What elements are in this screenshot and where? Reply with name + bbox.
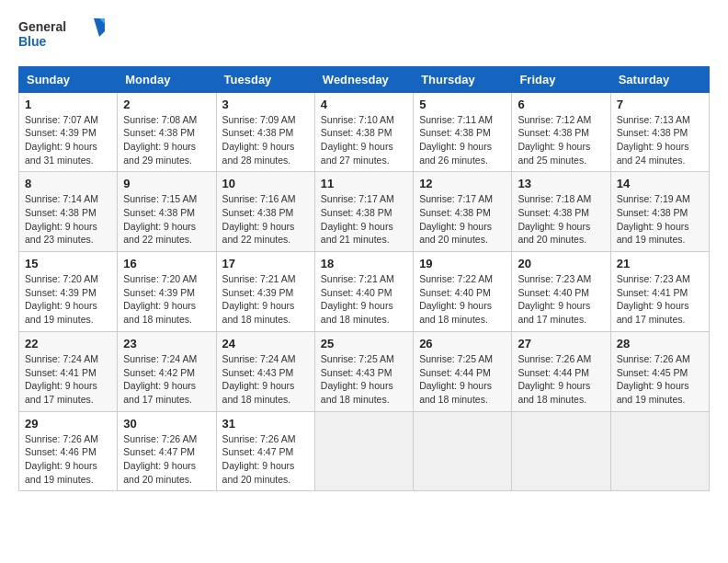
day-info: Sunrise: 7:26 AM Sunset: 4:45 PM Dayligh… [617,352,703,407]
day-number: 5 [419,98,506,111]
day-info: Sunrise: 7:20 AM Sunset: 4:39 PM Dayligh… [25,272,111,327]
logo: General Blue [18,15,110,57]
day-number: 7 [617,98,703,111]
calendar-table: SundayMondayTuesdayWednesdayThursdayFrid… [18,66,710,492]
day-info: Sunrise: 7:24 AM Sunset: 4:43 PM Dayligh… [222,352,309,407]
calendar-week-row: 29Sunrise: 7:26 AM Sunset: 4:46 PM Dayli… [19,411,710,491]
day-info: Sunrise: 7:21 AM Sunset: 4:40 PM Dayligh… [321,272,407,327]
day-number: 13 [518,177,604,190]
day-number: 25 [321,337,407,350]
day-number: 18 [321,257,407,270]
column-header-wednesday: Wednesday [314,66,413,92]
calendar-cell: 8Sunrise: 7:14 AM Sunset: 4:38 PM Daylig… [19,172,118,252]
day-number: 22 [25,337,111,350]
day-number: 28 [617,337,703,350]
calendar-cell: 26Sunrise: 7:25 AM Sunset: 4:44 PM Dayli… [414,331,512,411]
calendar-cell: 24Sunrise: 7:24 AM Sunset: 4:43 PM Dayli… [216,331,314,411]
day-number: 11 [321,177,407,190]
day-number: 16 [123,257,210,270]
calendar-cell: 7Sunrise: 7:13 AM Sunset: 4:38 PM Daylig… [610,92,709,172]
calendar-cell [610,411,709,491]
day-number: 12 [419,177,506,190]
day-number: 8 [25,177,111,190]
day-number: 3 [222,98,309,111]
day-info: Sunrise: 7:09 AM Sunset: 4:38 PM Dayligh… [222,113,309,167]
column-header-saturday: Saturday [610,66,709,92]
calendar-cell: 27Sunrise: 7:26 AM Sunset: 4:44 PM Dayli… [512,331,610,411]
day-number: 14 [617,177,703,190]
day-info: Sunrise: 7:26 AM Sunset: 4:46 PM Dayligh… [25,432,111,487]
day-number: 21 [617,257,703,270]
calendar-cell: 30Sunrise: 7:26 AM Sunset: 4:47 PM Dayli… [118,411,216,491]
calendar-cell: 6Sunrise: 7:12 AM Sunset: 4:38 PM Daylig… [512,92,610,172]
calendar-cell [314,411,413,491]
calendar-cell: 18Sunrise: 7:21 AM Sunset: 4:40 PM Dayli… [314,252,413,332]
day-info: Sunrise: 7:23 AM Sunset: 4:40 PM Dayligh… [518,272,604,327]
day-info: Sunrise: 7:26 AM Sunset: 4:47 PM Dayligh… [123,432,210,487]
calendar-cell: 5Sunrise: 7:11 AM Sunset: 4:38 PM Daylig… [414,92,512,172]
column-header-friday: Friday [512,66,610,92]
calendar-cell: 31Sunrise: 7:26 AM Sunset: 4:47 PM Dayli… [216,411,314,491]
day-number: 15 [25,257,111,270]
day-number: 29 [25,417,111,431]
calendar-week-row: 1Sunrise: 7:07 AM Sunset: 4:39 PM Daylig… [19,92,710,172]
calendar-cell: 11Sunrise: 7:17 AM Sunset: 4:38 PM Dayli… [314,172,413,252]
day-number: 27 [518,337,604,350]
day-info: Sunrise: 7:22 AM Sunset: 4:40 PM Dayligh… [419,272,506,327]
calendar-cell: 14Sunrise: 7:19 AM Sunset: 4:38 PM Dayli… [610,172,709,252]
day-info: Sunrise: 7:14 AM Sunset: 4:38 PM Dayligh… [25,192,111,247]
column-header-monday: Monday [118,66,216,92]
day-number: 23 [123,337,210,350]
day-number: 1 [25,98,111,111]
svg-text:General: General [18,19,66,34]
calendar-cell: 15Sunrise: 7:20 AM Sunset: 4:39 PM Dayli… [19,252,118,332]
day-number: 17 [222,257,309,270]
day-info: Sunrise: 7:15 AM Sunset: 4:38 PM Dayligh… [123,192,210,247]
day-number: 2 [123,98,210,111]
day-info: Sunrise: 7:24 AM Sunset: 4:41 PM Dayligh… [25,352,111,407]
calendar-cell: 10Sunrise: 7:16 AM Sunset: 4:38 PM Dayli… [216,172,314,252]
day-info: Sunrise: 7:17 AM Sunset: 4:38 PM Dayligh… [419,192,506,247]
day-info: Sunrise: 7:25 AM Sunset: 4:43 PM Dayligh… [321,352,407,407]
day-info: Sunrise: 7:12 AM Sunset: 4:38 PM Dayligh… [518,113,604,167]
calendar-week-row: 15Sunrise: 7:20 AM Sunset: 4:39 PM Dayli… [19,252,710,332]
day-info: Sunrise: 7:18 AM Sunset: 4:38 PM Dayligh… [518,192,604,247]
calendar-cell: 2Sunrise: 7:08 AM Sunset: 4:38 PM Daylig… [118,92,216,172]
calendar-cell: 17Sunrise: 7:21 AM Sunset: 4:39 PM Dayli… [216,252,314,332]
calendar-week-row: 8Sunrise: 7:14 AM Sunset: 4:38 PM Daylig… [19,172,710,252]
day-info: Sunrise: 7:24 AM Sunset: 4:42 PM Dayligh… [123,352,210,407]
day-number: 20 [518,257,604,270]
calendar-week-row: 22Sunrise: 7:24 AM Sunset: 4:41 PM Dayli… [19,331,710,411]
calendar-cell: 3Sunrise: 7:09 AM Sunset: 4:38 PM Daylig… [216,92,314,172]
day-info: Sunrise: 7:07 AM Sunset: 4:39 PM Dayligh… [25,113,111,167]
calendar-cell: 22Sunrise: 7:24 AM Sunset: 4:41 PM Dayli… [19,331,118,411]
day-info: Sunrise: 7:20 AM Sunset: 4:39 PM Dayligh… [123,272,210,327]
column-header-tuesday: Tuesday [216,66,314,92]
column-header-thursday: Thursday [414,66,512,92]
svg-text:Blue: Blue [18,34,47,49]
day-info: Sunrise: 7:13 AM Sunset: 4:38 PM Dayligh… [617,113,703,167]
calendar-cell: 29Sunrise: 7:26 AM Sunset: 4:46 PM Dayli… [19,411,118,491]
calendar-cell: 20Sunrise: 7:23 AM Sunset: 4:40 PM Dayli… [512,252,610,332]
logo-text: General Blue [18,15,110,57]
calendar-cell: 4Sunrise: 7:10 AM Sunset: 4:38 PM Daylig… [314,92,413,172]
calendar-cell: 16Sunrise: 7:20 AM Sunset: 4:39 PM Dayli… [118,252,216,332]
day-info: Sunrise: 7:26 AM Sunset: 4:44 PM Dayligh… [518,352,604,407]
day-info: Sunrise: 7:23 AM Sunset: 4:41 PM Dayligh… [617,272,703,327]
calendar-cell [512,411,610,491]
day-info: Sunrise: 7:21 AM Sunset: 4:39 PM Dayligh… [222,272,309,327]
day-number: 9 [123,177,210,190]
calendar-cell: 1Sunrise: 7:07 AM Sunset: 4:39 PM Daylig… [19,92,118,172]
calendar-header-row: SundayMondayTuesdayWednesdayThursdayFrid… [19,66,710,92]
calendar-cell: 19Sunrise: 7:22 AM Sunset: 4:40 PM Dayli… [414,252,512,332]
logo-svg: General Blue [18,15,110,53]
header: General Blue [18,15,710,57]
day-info: Sunrise: 7:19 AM Sunset: 4:38 PM Dayligh… [617,192,703,247]
day-info: Sunrise: 7:25 AM Sunset: 4:44 PM Dayligh… [419,352,506,407]
day-number: 30 [123,417,210,431]
day-number: 24 [222,337,309,350]
calendar-cell: 28Sunrise: 7:26 AM Sunset: 4:45 PM Dayli… [610,331,709,411]
day-info: Sunrise: 7:17 AM Sunset: 4:38 PM Dayligh… [321,192,407,247]
calendar-cell [414,411,512,491]
calendar-cell: 21Sunrise: 7:23 AM Sunset: 4:41 PM Dayli… [610,252,709,332]
